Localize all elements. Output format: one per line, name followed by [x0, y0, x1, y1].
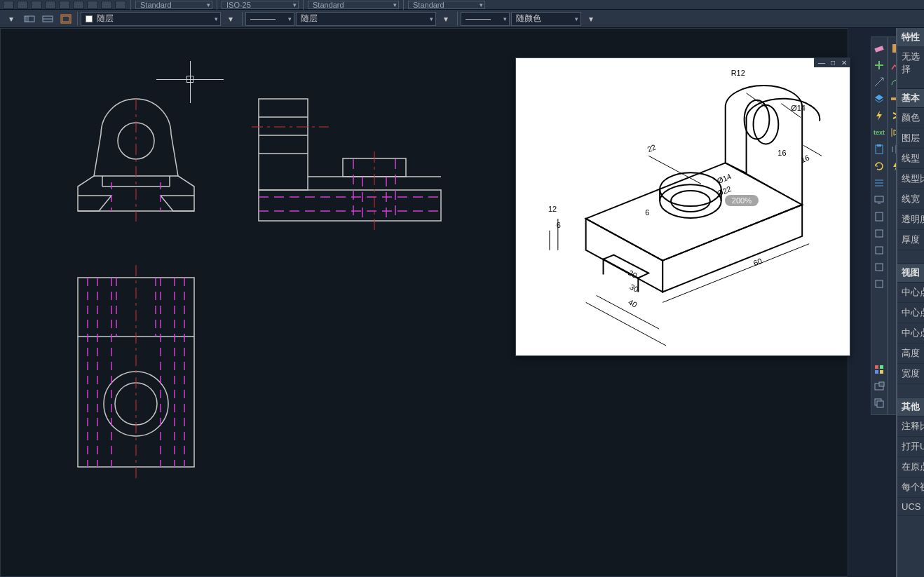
layer-dd-label: 随层	[97, 13, 114, 25]
layer-dropdown-1[interactable]: 随层	[81, 12, 221, 26]
svg-line-50	[597, 295, 660, 329]
props-row-perview[interactable]: 每个视	[897, 477, 924, 498]
monitor-icon[interactable]	[871, 192, 887, 208]
tool-icon[interactable]	[45, 1, 56, 9]
palette-icon[interactable]	[871, 362, 887, 377]
props-row-ltscale[interactable]: 线型比	[897, 169, 924, 189]
box-icon[interactable]	[871, 259, 887, 275]
line-dropdown[interactable]: ———	[245, 12, 294, 26]
hatch-icon[interactable]	[21, 12, 38, 26]
text-style-dropdown[interactable]: Standard	[135, 1, 212, 9]
dim-texts: R12 Ø14 22 16 16 Ø14 Ø22 12 6 6 20 30 40…	[548, 69, 810, 309]
top-style-toolbar: Standard ISO-25 Standard Standard	[0, 0, 924, 10]
props-row-layer[interactable]: 图层	[897, 128, 924, 149]
svg-rect-74	[875, 370, 878, 374]
tool-icon[interactable]	[31, 1, 42, 9]
svg-rect-65	[875, 196, 883, 202]
props-row-ucs[interactable]: UCS	[897, 498, 924, 516]
separator	[242, 12, 243, 26]
dim-d14b: Ø14	[716, 172, 733, 185]
style4-dropdown[interactable]: Standard	[408, 1, 485, 9]
doc-icon[interactable]	[871, 209, 887, 224]
tool-icon[interactable]	[87, 1, 98, 9]
box-icon[interactable]	[871, 276, 887, 292]
reference-image-window[interactable]: — □ ✕	[515, 57, 850, 356]
layer-dd-label: 随层	[301, 13, 318, 25]
tool-icon[interactable]	[59, 1, 70, 9]
props-row-color[interactable]: 颜色	[897, 108, 924, 128]
arrow-icon[interactable]	[871, 74, 887, 90]
copy-icon[interactable]	[871, 395, 887, 411]
svg-line-52	[663, 244, 809, 303]
svg-rect-68	[876, 230, 883, 237]
separator	[457, 12, 458, 26]
refresh-icon[interactable]	[871, 158, 887, 174]
dim-l22: 22	[646, 143, 657, 154]
minimize-icon[interactable]: —	[818, 59, 825, 67]
props-section-other[interactable]: 其他	[897, 397, 924, 416]
svg-line-51	[586, 302, 666, 346]
dim-r12: R12	[731, 69, 745, 77]
dd-arrow[interactable]: ▾	[437, 12, 454, 26]
plus-icon[interactable]	[871, 57, 887, 73]
tool-icon[interactable]	[115, 1, 126, 9]
svg-rect-61	[877, 144, 881, 147]
props-row-transparency[interactable]: 透明度	[897, 210, 924, 230]
layers-icon[interactable]	[871, 91, 887, 107]
props-section-view[interactable]: 视图	[897, 263, 924, 283]
svg-rect-69	[876, 247, 883, 254]
layer-dropdown-2[interactable]: 随层	[296, 12, 436, 26]
svg-rect-67	[876, 212, 883, 221]
props-row-anno[interactable]: 注释比	[897, 416, 924, 437]
separator	[77, 12, 78, 26]
text-icon[interactable]: text	[871, 125, 887, 140]
props-row-origin[interactable]: 在原点	[897, 457, 924, 477]
svg-point-46	[754, 105, 779, 144]
tool-icon[interactable]	[73, 1, 84, 9]
props-row-center[interactable]: 中心点	[897, 283, 924, 303]
hatch2-icon[interactable]	[39, 12, 56, 26]
window-icon[interactable]	[871, 379, 887, 394]
window-icon[interactable]	[57, 12, 74, 26]
close-icon[interactable]: ✕	[841, 59, 848, 67]
props-row-open[interactable]: 打开U	[897, 437, 924, 457]
color-swatch	[86, 15, 93, 22]
tool-icon[interactable]	[3, 1, 14, 9]
tool-icon[interactable]	[17, 1, 28, 9]
color-dd-label: 随颜色	[516, 13, 541, 25]
dim-h6b: 6	[645, 208, 649, 217]
props-row-lineweight[interactable]: 线宽	[897, 189, 924, 210]
props-row-center[interactable]: 中心点	[897, 323, 924, 344]
svg-rect-71	[876, 280, 883, 287]
props-title: 特性	[897, 28, 924, 46]
props-row-center[interactable]: 中心点	[897, 303, 924, 323]
props-no-selection[interactable]: 无选择	[897, 46, 924, 80]
dd-arrow[interactable]: ▾	[583, 12, 599, 26]
maximize-icon[interactable]: □	[829, 59, 836, 67]
box-icon[interactable]	[871, 226, 887, 241]
list-icon[interactable]	[871, 175, 887, 191]
lineweight-dropdown[interactable]: ———	[461, 12, 510, 26]
color-dropdown[interactable]: 随颜色	[511, 12, 581, 26]
svg-rect-70	[876, 264, 883, 271]
ref-window-titlebar: — □ ✕	[814, 57, 850, 67]
clipboard-icon[interactable]	[871, 142, 887, 157]
line-dd-label: ———	[250, 14, 276, 24]
tool-icon[interactable]	[101, 1, 112, 9]
props-row-linetype[interactable]: 线型	[897, 149, 924, 169]
props-row-height[interactable]: 高度	[897, 344, 924, 364]
props-row-thickness[interactable]: 厚度	[897, 230, 924, 250]
svg-line-55	[648, 156, 701, 184]
props-row-width[interactable]: 宽度	[897, 364, 924, 384]
eraser-icon[interactable]	[871, 41, 887, 56]
zoom-badge: 200%	[725, 195, 759, 206]
lightning-icon[interactable]	[871, 108, 887, 123]
svg-rect-77	[879, 382, 884, 386]
dd-arrow[interactable]: ▾	[222, 12, 239, 26]
style3-dropdown[interactable]: Standard	[308, 1, 399, 9]
props-section-basic[interactable]: 基本	[897, 88, 924, 108]
dim-style-dropdown[interactable]: ISO-25	[222, 1, 299, 9]
box-icon[interactable]	[871, 243, 887, 258]
reference-iso-drawing: R12 Ø14 22 16 16 Ø14 Ø22 12 6 6 20 30 40…	[516, 58, 850, 355]
align-dropdown[interactable]: ▾	[3, 12, 20, 26]
